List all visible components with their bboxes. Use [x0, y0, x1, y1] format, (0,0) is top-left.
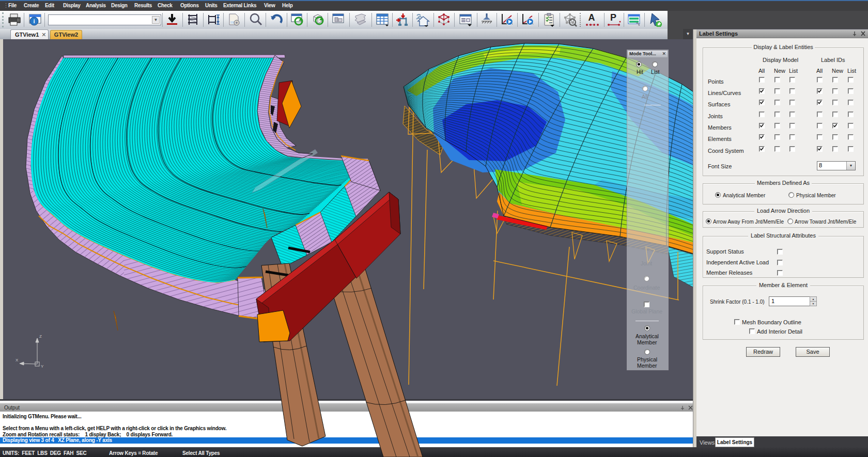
svg-text:P: P — [610, 12, 616, 23]
svg-text:i: i — [33, 18, 35, 24]
svg-text:A: A — [588, 12, 595, 23]
svg-text:Y: Y — [41, 364, 44, 369]
svg-text:X: X — [16, 358, 19, 363]
svg-text:Z: Z — [39, 334, 42, 339]
